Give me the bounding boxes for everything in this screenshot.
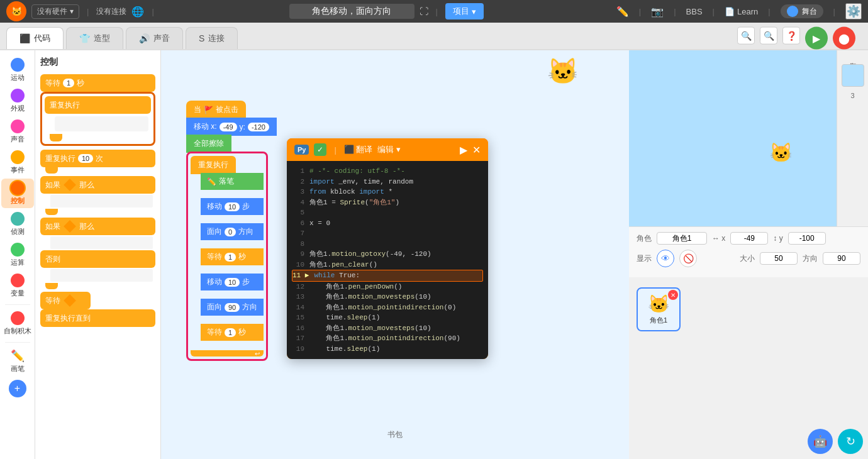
move-steps-val1[interactable]: 10 bbox=[225, 202, 240, 211]
camera-icon-btn[interactable]: 📷 bbox=[651, 6, 664, 18]
wait-alone-label: 等待 bbox=[45, 296, 60, 306]
green-flag-button[interactable]: ▶ bbox=[805, 27, 828, 50]
tab-sound-icon: 🔊 bbox=[139, 33, 150, 43]
py-icon: Py bbox=[294, 145, 309, 155]
cat-add[interactable]: + bbox=[1, 377, 34, 401]
code-editor: Py ✓ | ⬛ 翻译 编辑 ▾ ▶ ✕ 1 # -*- coding: utf… bbox=[287, 138, 488, 359]
repeat-block[interactable]: 重复执行 bbox=[191, 156, 236, 174]
tab-code[interactable]: ⬛ 代码 bbox=[6, 27, 64, 49]
sprite-info-label: 角色 bbox=[637, 233, 652, 244]
tab-sound[interactable]: 🔊 声音 bbox=[126, 27, 183, 49]
x-input[interactable] bbox=[730, 232, 768, 245]
cat-detect[interactable]: 侦测 bbox=[1, 209, 34, 239]
wait-block1[interactable]: 等待 1 秒 bbox=[201, 248, 264, 265]
connect-button[interactable]: 没有连接 bbox=[96, 6, 126, 17]
cat-custom[interactable]: 自制积木 bbox=[1, 309, 34, 338]
help-button[interactable]: ❓ bbox=[782, 27, 800, 45]
move-steps-label2: 移动 bbox=[207, 277, 222, 287]
cat-motion[interactable]: 运动 bbox=[1, 55, 34, 85]
move-xy-block[interactable]: 移动 x: -49 y: -120 bbox=[186, 118, 277, 136]
if-else-diamond bbox=[64, 220, 76, 233]
repeat-n-value[interactable]: 10 bbox=[78, 154, 93, 163]
project-button[interactable]: 项目 ▾ bbox=[445, 3, 484, 19]
show-vis-btn[interactable]: 👁 bbox=[657, 250, 674, 267]
search-button2[interactable]: 🔍 bbox=[760, 27, 777, 45]
red-stop-button[interactable]: ⬤ bbox=[833, 27, 855, 50]
repeat-n-block[interactable]: 重复执行 10 次 bbox=[40, 150, 155, 167]
direction-input[interactable] bbox=[823, 252, 860, 265]
repeat-bottom-notch: ↩ bbox=[191, 350, 264, 357]
cat-control[interactable]: 控制 bbox=[1, 179, 34, 208]
stage-canvas: 舞台 3 🐱 bbox=[629, 50, 868, 226]
move-steps-val2[interactable]: 10 bbox=[225, 278, 240, 287]
cat-sound[interactable]: 声音 bbox=[1, 117, 34, 147]
add-sprite-btn[interactable]: ↻ bbox=[838, 429, 863, 454]
cat-motion-dot bbox=[11, 58, 25, 72]
else-block[interactable]: 否则 bbox=[40, 250, 155, 268]
cat-looks[interactable]: 外观 bbox=[1, 86, 34, 116]
chat-bot-btn[interactable]: 🤖 bbox=[808, 429, 833, 454]
wait2-val[interactable]: 1 bbox=[225, 328, 236, 337]
wait1-label: 等待 bbox=[207, 252, 222, 262]
canvas-blocks: 当 🚩 被点击 移动 x: -49 y: -120 全部擦除 bbox=[186, 101, 277, 361]
cat-calc-dot bbox=[11, 243, 25, 257]
editor-body[interactable]: 1 # -*- coding: utf-8 -*- 2 import _env,… bbox=[287, 161, 488, 359]
hardware-button[interactable]: 没有硬件 ▾ bbox=[31, 4, 79, 19]
topbar: 🐱 没有硬件 ▾ | 没有连接 🌐 | ⛶ | 项目 ▾ ✏️ | 📷 | BB… bbox=[0, 0, 868, 23]
run-button[interactable]: ▶ bbox=[460, 144, 467, 156]
cat-event[interactable]: 事件 bbox=[1, 148, 34, 177]
settings-icon-btn[interactable]: ⚙️ bbox=[845, 3, 862, 19]
hide-vis-btn[interactable]: 🚫 bbox=[679, 250, 697, 267]
if-then-then: 那么 bbox=[79, 180, 94, 191]
wait-block[interactable]: 等待 1 秒 bbox=[40, 74, 155, 92]
repeat-forever2-block[interactable]: 重复执行直到 bbox=[40, 309, 155, 327]
categories-sidebar: 运动 外观 声音 事件 控制 侦测 运算 变量 bbox=[0, 50, 35, 459]
direction-block1[interactable]: 面向 0 方向 bbox=[201, 223, 264, 240]
stage-sprite-cat: 🐱 bbox=[769, 141, 793, 163]
direction-block2[interactable]: 面向 90 方向 bbox=[201, 299, 264, 316]
move-steps-block1[interactable]: 移动 10 步 bbox=[201, 198, 264, 215]
y-input[interactable] bbox=[788, 232, 826, 245]
learn-button[interactable]: 📄 Learn bbox=[725, 7, 758, 16]
bbs-button[interactable]: BBS bbox=[686, 7, 703, 16]
close-button[interactable]: ✕ bbox=[472, 144, 481, 156]
sprite-item-1[interactable]: ✕ 🐱 角色1 bbox=[637, 287, 681, 331]
move-steps-block2[interactable]: 移动 10 步 bbox=[201, 274, 264, 290]
edit-dropdown[interactable]: 编辑 ▾ bbox=[377, 144, 401, 155]
clear-block[interactable]: 全部擦除 bbox=[186, 135, 231, 153]
repeat-forever-block[interactable]: 重复执行 bbox=[45, 96, 151, 114]
cat-pen[interactable]: ✏️ 画笔 bbox=[1, 346, 34, 376]
move-x-badge[interactable]: -49 bbox=[220, 123, 237, 131]
wait-value[interactable]: 1 bbox=[63, 79, 74, 87]
cat-calc[interactable]: 运算 bbox=[1, 240, 34, 270]
tab-costume[interactable]: 👕 造型 bbox=[66, 27, 123, 49]
edit-icon-btn[interactable]: ✏️ bbox=[616, 6, 629, 18]
if-then-block[interactable]: 如果 那么 bbox=[40, 176, 155, 194]
globe-icon[interactable]: 🌐 bbox=[131, 6, 144, 18]
sprite-name-input[interactable] bbox=[657, 232, 707, 245]
expand-icon: ⛶ bbox=[420, 6, 428, 16]
tab-connect[interactable]: S 连接 bbox=[186, 27, 238, 49]
cat-var[interactable]: 变量 bbox=[1, 271, 34, 301]
tab-sound-label: 声音 bbox=[153, 33, 170, 44]
size-input[interactable] bbox=[760, 252, 798, 265]
cat-var-dot bbox=[11, 274, 25, 287]
move-y-badge[interactable]: -120 bbox=[248, 123, 269, 131]
code-line-13: 13 角色1.motion_movesteps(10) bbox=[292, 292, 483, 302]
sep5: | bbox=[674, 7, 676, 16]
project-title-input[interactable] bbox=[289, 4, 415, 19]
pen-down-block[interactable]: ✏️ 落笔 bbox=[201, 173, 264, 190]
wait-alone-block[interactable]: 等待 bbox=[40, 292, 91, 309]
translate-button[interactable]: ⬛ 翻译 bbox=[344, 144, 373, 155]
wait1-val[interactable]: 1 bbox=[225, 253, 236, 262]
search-button1[interactable]: 🔍 bbox=[737, 27, 755, 45]
stage-toggle[interactable]: 舞台 bbox=[781, 4, 823, 18]
cat-control-label: 控制 bbox=[11, 196, 25, 206]
event-block[interactable]: 当 🚩 被点击 bbox=[186, 101, 246, 119]
sprite-delete-btn[interactable]: ✕ bbox=[668, 290, 678, 300]
wait-block2[interactable]: 等待 1 秒 bbox=[201, 324, 264, 341]
dir2-val[interactable]: 90 bbox=[225, 303, 240, 312]
dir1-val[interactable]: 0 bbox=[225, 228, 236, 236]
if-else-block[interactable]: 如果 那么 bbox=[40, 218, 155, 235]
repeat-pink-border: 重复执行 ✏️ 落笔 移动 10 步 bbox=[186, 152, 268, 361]
